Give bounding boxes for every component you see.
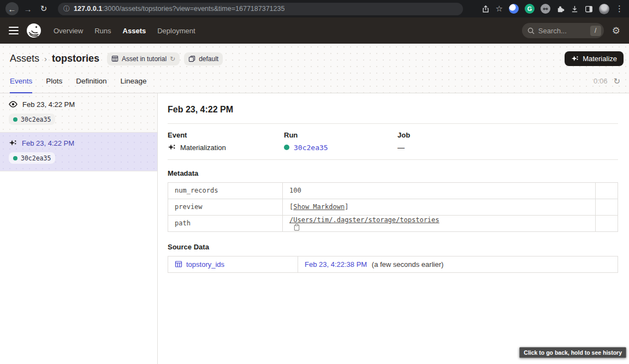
- address-bar[interactable]: ⓘ 127.0.0.1:3000/assets/topstories?view=…: [58, 3, 463, 15]
- bracket: ]: [345, 203, 348, 211]
- badge-asset-in-tutorial[interactable]: Asset in tutorial ↻: [107, 52, 180, 65]
- source-data-table: topstory_ids Feb 23, 4:22:38 PM (a few s…: [168, 256, 618, 273]
- badge-label: Asset in tutorial: [122, 55, 167, 63]
- nav-item-assets[interactable]: Assets: [123, 27, 146, 35]
- nav-item-runs[interactable]: Runs: [94, 27, 111, 35]
- metadata-heading: Metadata: [168, 169, 618, 177]
- event-detail-pane: Feb 23, 4:22 PM Event Materialization Ru…: [158, 93, 629, 364]
- event-timestamp: Feb 23, 4:22 PM: [22, 100, 75, 109]
- table-row: topstory_ids Feb 23, 4:22:38 PM (a few s…: [168, 256, 618, 272]
- badge-label: default: [199, 55, 218, 63]
- event-type-value: Materialization: [180, 144, 226, 152]
- metadata-key: path: [168, 215, 283, 231]
- run-id-pill[interactable]: 30c2ea35: [9, 152, 55, 164]
- breadcrumb-separator: ›: [44, 54, 47, 63]
- search-shortcut-badge: /: [590, 26, 601, 36]
- source-data-heading: Source Data: [168, 243, 618, 251]
- table-row: preview [Show Markdown]: [168, 199, 618, 215]
- extensions-puzzle-icon[interactable]: [556, 5, 565, 13]
- layers-icon: [188, 55, 195, 62]
- bookmark-star-icon[interactable]: ☆: [496, 4, 503, 14]
- back-button-tooltip: Click to go back, hold to see history: [519, 347, 626, 358]
- run-id-label: 30c2ea35: [21, 154, 51, 162]
- refresh-countdown: 0:06: [594, 77, 607, 85]
- hamburger-menu-icon[interactable]: [9, 27, 19, 35]
- badge-group-default[interactable]: default: [184, 52, 223, 65]
- tab-events[interactable]: Events: [10, 68, 32, 93]
- side-panel-icon[interactable]: [585, 5, 593, 13]
- search-icon: [527, 27, 535, 34]
- source-timestamp-link[interactable]: Feb 23, 4:22:38 PM: [305, 260, 367, 268]
- global-search-input[interactable]: Search... /: [522, 23, 604, 38]
- metadata-extra-cell: [596, 182, 618, 199]
- event-list-item-materialization[interactable]: Feb 23, 4:22 PM 30c2ea35: [0, 133, 157, 171]
- downloads-icon[interactable]: [571, 5, 579, 13]
- url-host: 127.0.0.1: [74, 5, 102, 13]
- source-asset-link[interactable]: topstory_ids: [175, 260, 291, 268]
- materialization-sparkle-icon: [571, 55, 579, 63]
- divider: [168, 159, 618, 160]
- dagster-logo[interactable]: [26, 23, 41, 38]
- run-status-dot: [13, 117, 17, 122]
- refresh-timer: 0:06 ↻: [594, 77, 620, 85]
- run-id-link[interactable]: 30c2ea35: [294, 144, 328, 152]
- settings-gear-icon[interactable]: ⚙: [612, 26, 620, 35]
- badge-refresh-icon[interactable]: ↻: [170, 56, 175, 62]
- job-value: —: [397, 144, 405, 152]
- asset-page-header: Assets › topstories Asset in tutorial ↻ …: [0, 44, 629, 93]
- breadcrumb-assets-link[interactable]: Assets: [10, 53, 39, 64]
- grammarly-extension-icon[interactable]: G: [525, 4, 535, 14]
- tab-lineage[interactable]: Lineage: [121, 68, 147, 93]
- url-text: 127.0.0.1:3000/assets/topstories?view=ev…: [74, 5, 284, 13]
- copy-to-clipboard-icon[interactable]: [293, 224, 300, 231]
- run-id-pill[interactable]: 30c2ea35: [9, 114, 55, 125]
- asset-tabs: Events Plots Definition Lineage 0:06 ↻: [0, 68, 629, 93]
- events-sidebar: Feb 23, 4:22 PM 30c2ea35 Feb 23, 4:22 PM…: [0, 93, 158, 364]
- table-row: num_records 100: [168, 182, 618, 199]
- browser-toolbar-right: ☆ G ⋮: [482, 4, 624, 14]
- share-icon[interactable]: [482, 5, 490, 13]
- materialize-label: Materialize: [583, 55, 617, 63]
- materialization-sparkle-icon: [9, 139, 17, 147]
- nav-item-overview[interactable]: Overview: [54, 27, 83, 35]
- goggles-extension-icon[interactable]: [541, 4, 550, 14]
- table-grid-icon: [111, 55, 118, 62]
- site-info-icon[interactable]: ⓘ: [63, 5, 70, 12]
- nav-item-deployment[interactable]: Deployment: [157, 27, 195, 35]
- tab-definition[interactable]: Definition: [76, 68, 106, 93]
- run-status-dot: [13, 156, 17, 160]
- table-row: path /Users/tim/.dagster/storage/topstor…: [168, 215, 618, 231]
- browser-profile-avatar[interactable]: [599, 4, 609, 14]
- metadata-value: 100: [283, 182, 596, 199]
- event-column-label: Event: [168, 131, 284, 139]
- materialize-button[interactable]: Materialize: [565, 51, 624, 66]
- path-link[interactable]: /Users/tim/.dagster/storage/topstories: [289, 216, 440, 224]
- show-markdown-link[interactable]: Show Markdown: [293, 203, 345, 211]
- browser-menu-icon[interactable]: ⋮: [615, 4, 624, 14]
- browser-forward-button[interactable]: →: [21, 2, 34, 15]
- eye-icon: [9, 100, 17, 109]
- breadcrumb: Assets › topstories Asset in tutorial ↻ …: [0, 44, 629, 68]
- tab-plots[interactable]: Plots: [46, 68, 62, 93]
- metadata-value: /Users/tim/.dagster/storage/topstories: [283, 215, 596, 231]
- metadata-key: num_records: [168, 182, 283, 199]
- metadata-value: [Show Markdown]: [283, 199, 596, 215]
- metadata-extra-cell: [596, 215, 618, 231]
- run-column-label: Run: [284, 131, 397, 139]
- event-list-item-observation[interactable]: Feb 23, 4:22 PM 30c2ea35: [0, 93, 157, 133]
- content-area: Feb 23, 4:22 PM 30c2ea35 Feb 23, 4:22 PM…: [0, 93, 629, 364]
- url-path: :3000/assets/topstories?view=events&time…: [102, 5, 284, 13]
- refresh-icon[interactable]: ↻: [613, 77, 620, 85]
- source-asset-name: topstory_ids: [186, 260, 224, 268]
- event-timestamp: Feb 23, 4:22 PM: [22, 139, 74, 147]
- browser-reload-button[interactable]: ↻: [37, 2, 50, 15]
- run-status-dot: [284, 145, 289, 150]
- event-detail-title: Feb 23, 4:22 PM: [168, 105, 618, 115]
- breadcrumb-current-asset: topstories: [52, 53, 99, 64]
- extension-icon-blue[interactable]: [509, 4, 519, 14]
- browser-toolbar: ← → ↻ ⓘ 127.0.0.1:3000/assets/topstories…: [0, 0, 629, 17]
- browser-back-button[interactable]: ←: [5, 2, 19, 15]
- job-column-label: Job: [397, 131, 511, 139]
- table-grid-icon: [175, 260, 182, 268]
- search-placeholder: Search...: [538, 27, 586, 35]
